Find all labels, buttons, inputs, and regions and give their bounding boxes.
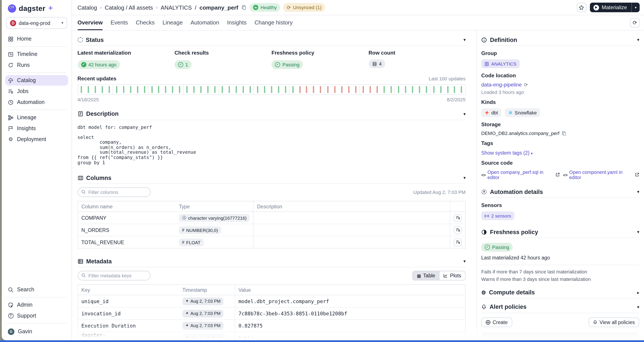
status-card-value[interactable]: 4 (368, 59, 385, 68)
materialization-success-tick[interactable] (292, 86, 294, 93)
create-alert-button[interactable]: ⨁ Create (481, 317, 512, 327)
materialization-failure-tick[interactable] (355, 86, 356, 93)
chevron-right-icon[interactable]: ▸ (637, 290, 639, 295)
user-menu[interactable]: G Gavin (5, 326, 68, 337)
materialization-failure-tick[interactable] (320, 86, 321, 93)
materialization-failure-tick[interactable] (348, 86, 350, 93)
chevron-down-icon[interactable]: ▾ (464, 38, 466, 42)
deployment-switcher[interactable]: D data-eng-prod ▾ (6, 17, 67, 29)
column-lineage-button[interactable] (454, 238, 462, 246)
sidebar-item-search[interactable]: Search (5, 284, 68, 295)
kind-badge-dbt[interactable]: dbt (481, 108, 502, 117)
materialization-success-tick[interactable] (433, 86, 434, 93)
toggle-table-view[interactable]: ▦ Table (413, 271, 439, 280)
materialization-success-tick[interactable] (165, 86, 166, 93)
timestamp-badge[interactable]: ✦Aug 2, 7:03 PM (182, 310, 224, 317)
tab-overview[interactable]: Overview (78, 15, 103, 30)
status-card-value[interactable]: ✓1 (174, 60, 192, 69)
materialization-failure-tick[interactable] (306, 86, 308, 93)
status-card-value[interactable]: ✓42 hours ago (78, 60, 120, 69)
materialization-success-tick[interactable] (384, 86, 385, 93)
filter-metadata-input[interactable] (78, 271, 150, 281)
show-system-tags-link[interactable]: Show system tags (2) (481, 150, 530, 156)
materialization-success-tick[interactable] (137, 86, 138, 93)
materialization-success-tick[interactable] (412, 86, 413, 93)
view-all-policies-button[interactable]: View all policies (588, 317, 639, 327)
materialization-success-tick[interactable] (207, 86, 208, 93)
materialization-failure-tick[interactable] (334, 86, 336, 93)
materialization-success-tick[interactable] (200, 86, 202, 93)
sidebar-item-runs[interactable]: Runs (5, 60, 68, 70)
materialization-success-tick[interactable] (271, 86, 272, 93)
health-status-badge[interactable]: Healthy (250, 3, 280, 12)
chevron-down-icon[interactable]: ▾ (464, 176, 466, 180)
materialization-success-tick[interactable] (405, 86, 406, 93)
materialization-success-tick[interactable] (440, 86, 441, 93)
materialization-success-tick[interactable] (172, 86, 174, 93)
sidebar-item-automation[interactable]: Automation (5, 97, 68, 107)
materialization-success-tick[interactable] (214, 86, 216, 93)
chevron-down-icon[interactable]: ▾ (464, 259, 466, 264)
materialization-success-tick[interactable] (95, 86, 96, 93)
materialization-success-tick[interactable] (447, 86, 448, 93)
tab-lineage[interactable]: Lineage (162, 15, 183, 30)
sidebar-item-lineage[interactable]: Lineage (5, 112, 68, 123)
materialization-success-tick[interactable] (264, 86, 265, 93)
materialization-success-tick[interactable] (419, 86, 420, 93)
materialize-button[interactable]: Materialize ▾ (590, 3, 640, 12)
materialize-dropdown[interactable]: ▾ (632, 6, 640, 10)
breadcrumb-all-assets[interactable]: Catalog / All assets (105, 4, 153, 11)
favorite-button[interactable] (577, 3, 586, 12)
kind-badge-snowflake[interactable]: ❄ Snowflake (505, 108, 540, 117)
filter-columns-input[interactable] (78, 188, 150, 197)
dagster-logo[interactable]: dagster + (2, 0, 72, 15)
breadcrumb-catalog[interactable]: Catalog (78, 4, 97, 11)
reload-icon[interactable]: ⟳ (524, 82, 528, 88)
asset-key-prefix[interactable]: ANALYTICS (160, 4, 192, 11)
materialization-success-tick[interactable] (250, 86, 251, 93)
sidebar-item-admin[interactable]: Admin (5, 300, 68, 310)
materialization-failure-tick[interactable] (362, 86, 364, 93)
tab-checks[interactable]: Checks (136, 15, 155, 30)
unsynced-badge[interactable]: ⟳ Unsynced (1) (284, 3, 325, 12)
materialization-success-tick[interactable] (144, 86, 145, 93)
materialization-failure-tick[interactable] (328, 86, 329, 93)
open-yaml-link[interactable]: Open component.yaml in editor (569, 169, 633, 180)
materialization-failure-tick[interactable] (341, 86, 342, 93)
materialization-success-tick[interactable] (123, 86, 124, 93)
status-card-value[interactable]: ✓Passing (272, 60, 303, 69)
materialization-success-tick[interactable] (390, 86, 392, 93)
sidebar-item-timeline[interactable]: Timeline (5, 49, 68, 59)
materialization-success-tick[interactable] (81, 86, 82, 93)
column-lineage-button[interactable] (454, 214, 462, 222)
sidebar-item-support[interactable]: ?Support (5, 310, 68, 321)
tab-events[interactable]: Events (110, 15, 128, 30)
chevron-down-icon[interactable]: ▾ (464, 112, 466, 116)
materialization-success-tick[interactable] (454, 86, 455, 93)
timestamp-badge[interactable]: ✦Aug 2, 7:03 PM (182, 322, 224, 330)
materialization-success-tick[interactable] (116, 86, 117, 93)
materialization-success-tick[interactable] (236, 86, 237, 93)
materialization-success-tick[interactable] (158, 86, 160, 93)
materialization-success-tick[interactable] (229, 86, 230, 93)
materialization-success-tick[interactable] (109, 86, 110, 93)
open-sql-link[interactable]: Open company_perf.sql in editor (487, 169, 554, 180)
materialization-success-tick[interactable] (426, 86, 427, 93)
materialization-success-tick[interactable] (242, 86, 244, 93)
sidebar-item-insights[interactable]: Insights (5, 123, 68, 134)
materialization-success-tick[interactable] (179, 86, 180, 93)
materialization-success-tick[interactable] (285, 86, 286, 93)
materialization-failure-tick[interactable] (313, 86, 314, 93)
chevron-down-icon[interactable]: ▾ (637, 305, 639, 309)
recent-updates-chart[interactable] (78, 84, 466, 95)
tab-automation[interactable]: Automation (190, 15, 219, 30)
sensors-badge[interactable]: 2 sensors (481, 211, 514, 220)
materialization-success-tick[interactable] (186, 86, 188, 93)
tab-change-history[interactable]: Change history (254, 15, 293, 30)
column-lineage-button[interactable] (454, 226, 462, 234)
materialization-success-tick[interactable] (102, 86, 103, 93)
materialization-success-tick[interactable] (88, 86, 89, 93)
copy-icon[interactable] (241, 5, 246, 10)
sidebar-item-home[interactable]: Home (5, 34, 68, 44)
materialization-success-tick[interactable] (398, 86, 399, 93)
